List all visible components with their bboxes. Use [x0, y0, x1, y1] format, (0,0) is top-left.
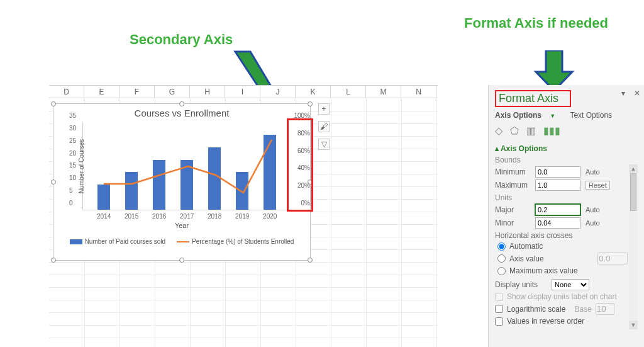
effects-icon[interactable]: ⬠: [510, 125, 519, 137]
spreadsheet-grid[interactable]: D E F G H I J K L M N Courses vs Enrollm…: [49, 85, 438, 347]
x-axis-label: Year: [53, 222, 310, 229]
select-display-units[interactable]: None: [552, 279, 589, 290]
input-major[interactable]: [535, 204, 580, 215]
col-header[interactable]: K: [296, 86, 331, 98]
col-header[interactable]: J: [260, 86, 296, 98]
y-tick: 0: [69, 200, 73, 207]
col-header[interactable]: M: [366, 86, 401, 98]
embedded-chart[interactable]: Courses vs Enrollment Number of Courses …: [53, 103, 311, 261]
legend-item[interactable]: Number of Paid courses sold: [70, 238, 165, 245]
chart-legend[interactable]: Number of Paid courses sold Percentage (…: [53, 238, 310, 245]
button-minor-auto[interactable]: Auto: [586, 219, 600, 227]
y-tick: 35: [69, 112, 76, 119]
label-minor: Minor: [495, 219, 535, 227]
section-axis-options[interactable]: ▴ Axis Options: [495, 144, 628, 153]
pane-scrollbar[interactable]: ▲ ▼: [629, 164, 638, 329]
col-header[interactable]: F: [119, 86, 155, 98]
col-header[interactable]: N: [401, 86, 436, 98]
label-units: Units: [495, 193, 628, 202]
x-tick: 2015: [125, 213, 138, 220]
fill-line-icon[interactable]: ◇: [495, 125, 502, 137]
line-series[interactable]: [83, 122, 291, 210]
tab-text-options[interactable]: Text Options: [570, 111, 612, 120]
button-major-auto[interactable]: Auto: [586, 206, 600, 213]
size-properties-icon[interactable]: ▥: [526, 125, 536, 137]
legend-item[interactable]: Percentage (%) of Students Enrolled: [177, 238, 294, 245]
button-maximum-reset[interactable]: Reset: [586, 181, 610, 190]
input-axis-value: [597, 253, 628, 265]
button-minimum-auto[interactable]: Auto: [586, 168, 600, 176]
y-tick: 15: [69, 162, 76, 169]
label-horizontal-crosses: Horizontal axis crosses: [495, 231, 628, 240]
x-tick: 2018: [208, 213, 221, 220]
col-header[interactable]: G: [155, 86, 190, 98]
tab-axis-options[interactable]: Axis Options ▼: [495, 111, 562, 120]
format-axis-pane: ▾ ✕ Format Axis Axis Options ▼ Text Opti…: [488, 85, 644, 347]
col-header[interactable]: D: [49, 86, 84, 98]
label-minimum: Minimum: [495, 168, 535, 176]
radio-maximum-axis-value[interactable]: [497, 267, 506, 275]
chart-add-element-button[interactable]: +: [318, 103, 330, 115]
y-tick: 20: [69, 149, 76, 156]
callout-secondary-axis-box: [287, 118, 313, 212]
cells-grid[interactable]: Courses vs Enrollment Number of Courses …: [49, 98, 438, 347]
col-header[interactable]: H: [190, 86, 225, 98]
x-tick: 2014: [97, 213, 111, 220]
check-values-reverse[interactable]: [495, 317, 503, 326]
chart-styles-button[interactable]: 🖌: [318, 121, 330, 132]
col-header[interactable]: I: [225, 86, 260, 98]
scroll-down-icon[interactable]: ▼: [629, 321, 638, 329]
scroll-thumb[interactable]: [630, 173, 636, 211]
axis-options-icon[interactable]: ▮▮▮: [543, 125, 560, 137]
column-headers-row: D E F G H I J K L M N: [49, 86, 438, 98]
col-header[interactable]: E: [84, 86, 119, 98]
label-bounds: Bounds: [495, 156, 628, 164]
input-minimum[interactable]: [535, 166, 580, 178]
check-logarithmic-scale[interactable]: [495, 305, 503, 313]
input-maximum[interactable]: [535, 179, 580, 191]
chart-side-tools: + 🖌 ▽: [318, 103, 331, 156]
x-tick: 2019: [235, 213, 249, 220]
label-major: Major: [495, 205, 535, 214]
label-maximum: Maximum: [495, 181, 535, 190]
y-tick: 25: [69, 137, 76, 144]
y-tick: 30: [69, 124, 76, 131]
chart-plot-area[interactable]: Number of Courses 0 5 10 15 20 25 30 35 …: [82, 122, 291, 210]
chart-filter-button[interactable]: ▽: [318, 139, 330, 150]
format-axis-title: Format Axis: [495, 90, 571, 107]
radio-axis-value[interactable]: [497, 254, 506, 263]
radio-automatic[interactable]: [497, 242, 506, 251]
input-log-base: [596, 303, 614, 315]
check-show-units-label: [495, 293, 503, 301]
pane-close-icon[interactable]: ✕: [634, 89, 640, 98]
y-tick: 10: [69, 174, 76, 181]
scroll-up-icon[interactable]: ▲: [629, 164, 638, 173]
annotation-format-axis: Format Axis if needed: [464, 15, 608, 31]
pane-options-dropdown-icon[interactable]: ▾: [621, 89, 625, 98]
input-minor[interactable]: [535, 217, 580, 229]
x-tick: 2017: [180, 213, 194, 220]
label-display-units: Display units: [495, 280, 552, 289]
col-header[interactable]: L: [331, 86, 366, 98]
y2-tick: 100%: [294, 112, 310, 119]
y-tick: 5: [69, 187, 73, 194]
x-tick: 2020: [263, 213, 277, 220]
annotation-secondary-axis: Secondary Axis: [130, 31, 233, 48]
x-tick: 2016: [152, 213, 166, 220]
